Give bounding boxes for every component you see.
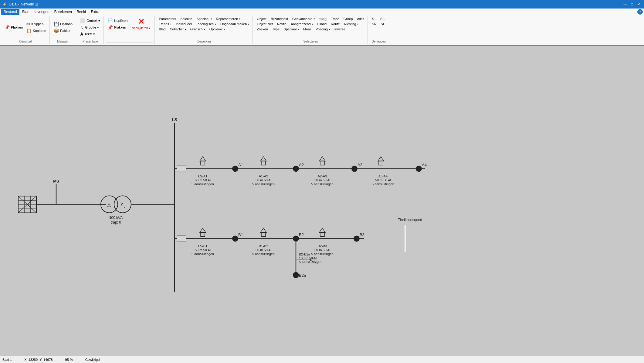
group-label-presentatie: Presentatie (79, 39, 102, 43)
zoeken-button[interactable]: Zoeken (255, 27, 269, 32)
transformer-trap: trap: 0 (111, 220, 121, 224)
svg-text:50 m 50 Al: 50 m 50 Al (375, 178, 391, 182)
menu-beeld[interactable]: Beeld (74, 9, 89, 15)
status-zoom: 95 % (65, 358, 73, 361)
trends-button[interactable]: Trends (157, 22, 173, 26)
svg-text:*: * (124, 207, 125, 210)
svg-text:5 aansluitingen: 5 aansluitingen (252, 252, 275, 256)
object-niet-button[interactable]: Object niet (255, 22, 274, 26)
individueel-button[interactable]: Individueel (174, 22, 193, 26)
transformer-label: 400 kVA (109, 216, 123, 220)
group-label-selecteren: Selecteren (255, 39, 366, 43)
pakken-icon: 📦 (54, 28, 59, 33)
sr-button[interactable]: SR (370, 22, 378, 26)
close-button[interactable]: ✕ (636, 1, 642, 7)
kopiëren2-icon: 📄 (108, 18, 113, 23)
menu-bestand[interactable]: Bestand (1, 9, 19, 15)
opslaan-button[interactable]: 💾 Opslaan (52, 21, 74, 27)
grootte-button[interactable]: ⤡ Grootte ▾ (79, 24, 102, 30)
parameters-button[interactable]: Parameters (157, 16, 178, 21)
aangrenzend-button[interactable]: Aangrenzend (289, 22, 314, 26)
group-geheugen: S+ S - SR SC Geheugen (368, 16, 389, 44)
s-plus-button[interactable]: S+ (370, 16, 378, 21)
notitie-button[interactable]: Notitie (276, 22, 288, 26)
svg-text:50 m 50 Al: 50 m 50 Al (314, 248, 330, 252)
omtrek-button[interactable]: ⬜ Omtrek ▾ (79, 18, 102, 24)
svg-text:5 aansluitingen: 5 aansluitingen (252, 182, 275, 186)
menu-extra[interactable]: Extra (89, 9, 102, 15)
voeding-button[interactable]: Voeding (314, 27, 332, 32)
selectie-button[interactable]: Selectie (179, 16, 194, 21)
help-button[interactable]: ? (637, 9, 643, 15)
svg-text:5 aansluitingen: 5 aansluitingen (192, 182, 214, 186)
bijzondheid-button[interactable]: Bijzondheid (269, 16, 290, 21)
cable-ls-a1: LS-A1 (198, 174, 208, 178)
pakken-button[interactable]: 📦 Pakken (52, 28, 74, 34)
grafisch-button[interactable]: Grafisch (189, 27, 207, 32)
trace-button[interactable]: Tracé (329, 16, 341, 21)
tekst-button[interactable]: A Tekst ▾ (79, 31, 102, 37)
eiland-button[interactable]: Eiland (316, 22, 328, 26)
node-b3 (354, 236, 360, 242)
node-a4 (416, 166, 422, 172)
menu-bar: Bestand Start Invoegen Berekenen Beeld E… (0, 9, 644, 15)
maximize-button[interactable]: □ (629, 1, 635, 7)
svg-text:5 aansluitingen: 5 aansluitingen (372, 182, 394, 186)
sc-button[interactable]: SC (379, 22, 387, 26)
kopiëren-button[interactable]: 📋 Kopiëren (25, 28, 48, 34)
knippen-button[interactable]: ✂ Knippen (25, 21, 48, 27)
ls-b-switch (177, 236, 186, 242)
opslaan-icon: 💾 (54, 22, 59, 26)
canvas-area[interactable]: MS △ Y * (0, 46, 644, 356)
representeren-button[interactable]: Representeren (215, 16, 242, 21)
cable-b2-b3: B2-B3 (318, 244, 327, 248)
route-button[interactable]: Route (329, 22, 341, 26)
speciaal3-button[interactable]: Speciaal (282, 27, 300, 32)
label-b3: B3 (360, 232, 364, 237)
group-selecteren: Object Bijzondheid Geavanceerd Vorig Tra… (253, 16, 368, 44)
menu-invoegen[interactable]: Invoegen (32, 9, 52, 15)
plakken3-button[interactable]: 📌 Plakken (106, 24, 129, 30)
label-b2: B2 (299, 232, 304, 237)
object-button[interactable]: Object (255, 16, 268, 21)
status-sep2 (59, 358, 59, 362)
cable-a1-a2: A1-A2 (259, 174, 268, 178)
svg-text:Y: Y (120, 202, 124, 207)
topologisch-button[interactable]: Topologisch (195, 22, 218, 26)
svg-text:50 m 50 Al: 50 m 50 Al (195, 248, 211, 252)
cable-a3-a4: A3-A4 (378, 174, 388, 178)
node-b2a (293, 272, 299, 278)
s-min-button[interactable]: S - (379, 16, 386, 21)
group-label-geheugen: Geheugen (370, 39, 387, 43)
menu-start[interactable]: Start (19, 9, 32, 15)
verwijderen-icon: ✕ (138, 17, 145, 26)
collectief-button[interactable]: Collectief (168, 27, 187, 32)
menu-berekenen[interactable]: Berekenen (52, 9, 74, 15)
plakken-icon: 📌 (5, 25, 10, 30)
label-b1: B1 (238, 232, 243, 237)
node-b2 (293, 236, 299, 242)
opnieuw-button[interactable]: Opnieuw (208, 27, 226, 32)
cable-ls-b1: LS-B1 (198, 244, 208, 248)
plakken-button[interactable]: 📌 Plakken (3, 24, 24, 30)
ongedaan-maken-button[interactable]: Ongedaan maken (219, 22, 251, 26)
kopiëren2-button[interactable]: 📄 Kopiëren (106, 18, 129, 24)
app-icon: ⚡ (2, 2, 7, 6)
verwijderen-button[interactable]: ✕ Verwijderen ▾ (131, 16, 151, 38)
vorig-button[interactable]: Vorig (317, 16, 328, 21)
alles-button[interactable]: Alles (355, 16, 366, 21)
status-sep1 (18, 358, 18, 362)
svg-text:50 m 50 Al: 50 m 50 Al (314, 178, 330, 182)
groep-button[interactable]: Groep (342, 16, 354, 21)
minimize-button[interactable]: — (622, 1, 628, 7)
type-button[interactable]: Type (271, 27, 281, 32)
richting-button[interactable]: Richting (343, 22, 360, 26)
group-label-bewerken: Bewerken (157, 39, 251, 43)
speciaal-button[interactable]: Speciaal (195, 16, 213, 21)
omtrek-icon: ⬜ (80, 18, 85, 23)
geavanceerd-button[interactable]: Geavanceerd (291, 16, 316, 21)
blad-button[interactable]: Blad (157, 27, 167, 32)
inverse-button[interactable]: Inverse (333, 27, 347, 32)
maas-button[interactable]: Maas (302, 27, 313, 32)
svg-text:50 m 50 Al: 50 m 50 Al (195, 178, 211, 182)
